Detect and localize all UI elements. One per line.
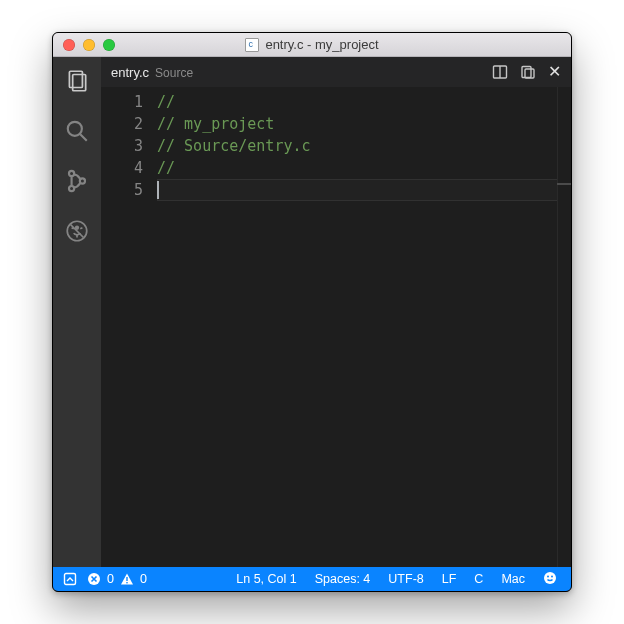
line-number: 3 — [101, 135, 143, 157]
app-body: entry.c Source ✕ — [53, 57, 571, 567]
feedback-icon[interactable] — [539, 571, 561, 588]
app-window: entry.c - my_project — [52, 32, 572, 592]
editor[interactable]: 12345 //// my_project// Source/entry.c// — [101, 87, 571, 567]
warning-icon — [120, 572, 134, 586]
text-cursor — [157, 181, 159, 199]
overview-mark — [557, 183, 571, 185]
split-editor-icon[interactable] — [492, 64, 508, 80]
warning-count: 0 — [140, 572, 147, 586]
overview-ruler[interactable] — [557, 87, 571, 567]
gutter: 12345 — [101, 87, 157, 567]
minimize-window-button[interactable] — [83, 39, 95, 51]
problems-indicator[interactable]: 0 0 — [87, 572, 147, 586]
svg-point-19 — [551, 575, 553, 577]
more-actions-icon[interactable] — [520, 64, 536, 80]
indentation[interactable]: Spaces: 4 — [311, 572, 375, 586]
comment-text: // — [157, 93, 175, 111]
search-icon[interactable] — [63, 117, 91, 145]
encoding[interactable]: UTF-8 — [384, 572, 427, 586]
tab-filename: entry.c — [111, 65, 149, 80]
remote-icon — [63, 572, 77, 586]
close-window-button[interactable] — [63, 39, 75, 51]
os-label[interactable]: Mac — [497, 572, 529, 586]
svg-rect-16 — [126, 582, 127, 583]
titlebar: entry.c - my_project — [53, 33, 571, 57]
svg-point-2 — [68, 122, 82, 136]
svg-rect-15 — [126, 577, 127, 581]
svg-point-18 — [547, 575, 549, 577]
line-number: 4 — [101, 157, 143, 179]
comment-text: // Source/entry.c — [157, 137, 311, 155]
svg-point-8 — [75, 226, 79, 230]
error-icon — [87, 572, 101, 586]
svg-rect-13 — [65, 574, 76, 585]
eol[interactable]: LF — [438, 572, 461, 586]
svg-point-6 — [80, 178, 85, 183]
svg-point-5 — [69, 186, 74, 191]
language-mode[interactable]: C — [470, 572, 487, 586]
line-number: 5 — [101, 179, 143, 201]
svg-line-3 — [80, 134, 87, 141]
line-number: 1 — [101, 91, 143, 113]
file-icon — [245, 38, 259, 52]
window-title-text: entry.c - my_project — [265, 37, 378, 52]
cursor-position[interactable]: Ln 5, Col 1 — [232, 572, 300, 586]
code-line[interactable]: // Source/entry.c — [157, 135, 571, 157]
code-line[interactable]: // my_project — [157, 113, 571, 135]
code-line[interactable] — [157, 179, 571, 201]
code-line[interactable]: // — [157, 91, 571, 113]
tab-entry-c[interactable]: entry.c Source — [111, 65, 193, 80]
editor-group: entry.c Source ✕ — [101, 57, 571, 567]
comment-text: // my_project — [157, 115, 274, 133]
debug-icon[interactable] — [63, 217, 91, 245]
window-title: entry.c - my_project — [53, 37, 571, 52]
activity-bar — [53, 57, 101, 567]
remote-indicator[interactable] — [63, 572, 77, 586]
svg-point-4 — [69, 171, 74, 176]
svg-point-17 — [544, 572, 556, 584]
status-bar: 0 0 Ln 5, Col 1 Spaces: 4 UTF-8 LF C Mac — [53, 567, 571, 591]
close-tab-icon[interactable]: ✕ — [548, 64, 561, 80]
svg-rect-12 — [525, 69, 534, 78]
comment-text: // — [157, 159, 175, 177]
explorer-icon[interactable] — [63, 67, 91, 95]
window-controls — [63, 39, 115, 51]
zoom-window-button[interactable] — [103, 39, 115, 51]
error-count: 0 — [107, 572, 114, 586]
code-line[interactable]: // — [157, 157, 571, 179]
source-control-icon[interactable] — [63, 167, 91, 195]
tab-actions: ✕ — [492, 64, 561, 80]
svg-rect-11 — [522, 67, 531, 78]
line-number: 2 — [101, 113, 143, 135]
code-area[interactable]: //// my_project// Source/entry.c// — [157, 87, 571, 567]
tab-folder: Source — [155, 66, 193, 80]
tab-bar: entry.c Source ✕ — [101, 57, 571, 87]
